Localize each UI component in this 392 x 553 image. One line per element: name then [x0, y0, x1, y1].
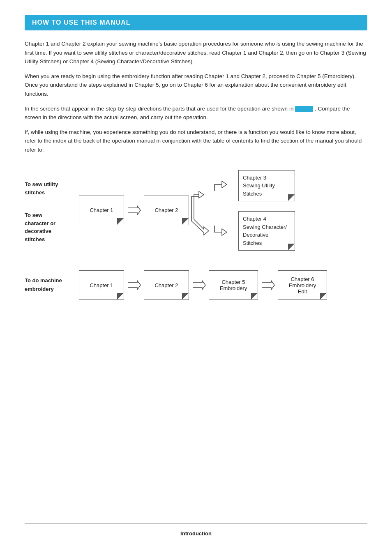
diagram1-labels: To sew utility stitches To sew character… [25, 174, 77, 247]
diagram2-ch1-box: Chapter 1 [79, 270, 124, 300]
footer: Introduction [25, 523, 367, 537]
ch6-line1: Chapter 6 [289, 276, 316, 282]
ch6-line2: Embroidery [289, 282, 316, 288]
arrow1-svg [127, 204, 141, 217]
paragraph-1: Chapter 1 and Chapter 2 explain your sew… [25, 39, 367, 66]
ch4-box: Chapter 4 Sewing Character/ Decorative S… [238, 211, 295, 251]
diagram1-ch2-label: Chapter 2 [154, 207, 178, 213]
branch-upper: Chapter 3 Sewing Utility Stitches [214, 170, 295, 202]
ch3-box: Chapter 3 Sewing Utility Stitches [238, 170, 295, 202]
paragraph-4: If, while using the machine, you experie… [25, 128, 367, 154]
diagram2-ch2-box: Chapter 2 [144, 270, 189, 300]
ch4-line3: Decorative [243, 231, 287, 239]
branch-lower-arrow [214, 225, 235, 237]
branch-upper-arrow [214, 180, 235, 192]
dog-ear-2 [182, 218, 189, 225]
paragraph-2: When you are ready to begin using the em… [25, 72, 367, 99]
dog-ear-d2-2 [182, 293, 189, 300]
page: HOW TO USE THIS MANUAL Chapter 1 and Cha… [0, 0, 392, 553]
label-sew-utility: To sew utility stitches [25, 174, 77, 196]
ch3-line2: Sewing Utility [243, 182, 275, 190]
diagram2: To do machine embroidery Chapter 1 Chapt… [25, 270, 367, 300]
header-bar: HOW TO USE THIS MANUAL [25, 15, 367, 30]
arrow1 [127, 204, 141, 217]
paragraph-3: In the screens that appear in the step-b… [25, 104, 367, 122]
diag-arrows-svg [190, 180, 213, 241]
arrow4 [261, 279, 275, 291]
dog-ear-ch4 [288, 244, 295, 250]
footer-label: Introduction [180, 530, 212, 537]
branch-lower: Chapter 4 Sewing Character/ Decorative S… [214, 211, 295, 251]
arrow4-svg [261, 279, 275, 291]
ch5-line2: Embroidery [220, 285, 247, 291]
diagram1-ch1-box: Chapter 1 [79, 196, 124, 225]
dog-ear-d2-1 [117, 293, 124, 300]
arrow3-svg [191, 279, 206, 291]
diagram1-ch1-label: Chapter 1 [90, 207, 113, 213]
ch4-line1: Chapter 4 [243, 215, 287, 223]
label-sew-character: To sew character or decorative stitches [25, 211, 77, 247]
arrow2 [127, 279, 141, 291]
diagram2-label: To do machine embroidery [25, 276, 77, 294]
diagram2-ch1-label: Chapter 1 [90, 282, 113, 288]
highlight-swatch [295, 106, 313, 112]
arrow2-svg [127, 279, 141, 291]
paragraph-3-part1: In the screens that appear in the step-b… [25, 106, 293, 112]
ch3-line3: Stitches [243, 190, 275, 198]
ch5-line1: Chapter 5 [220, 279, 247, 285]
dog-ear-d2-5 [251, 293, 258, 300]
dog-ear-1 [117, 218, 124, 225]
diag-arrows [190, 180, 213, 241]
right-boxes: Chapter 3 Sewing Utility Stitches [214, 170, 295, 251]
ch4-line2: Sewing Character/ [243, 223, 287, 231]
diagram2-ch2-label: Chapter 2 [154, 282, 178, 288]
dog-ear-ch3 [288, 194, 295, 201]
diagram1-ch2-box: Chapter 2 [144, 196, 189, 225]
arrow3 [191, 279, 206, 291]
diagram2-ch6-box: Chapter 6 Embroidery Edit [278, 270, 327, 300]
diagram1: To sew utility stitches To sew character… [25, 170, 367, 251]
ch3-line1: Chapter 3 [243, 174, 275, 182]
ch4-line4: Stitches [243, 239, 287, 247]
page-title: HOW TO USE THIS MANUAL [32, 19, 360, 26]
dog-ear-d2-6 [320, 293, 327, 300]
diagram2-ch5-box: Chapter 5 Embroidery [209, 270, 258, 300]
diagrams-section: To sew utility stitches To sew character… [25, 170, 367, 300]
ch6-line3: Edit [289, 288, 316, 295]
